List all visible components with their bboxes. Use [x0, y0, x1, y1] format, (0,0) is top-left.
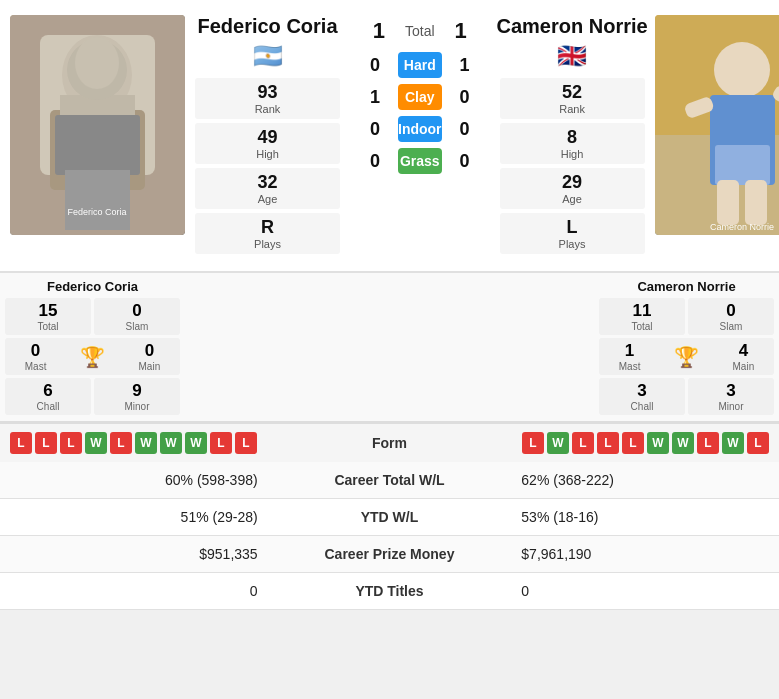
clay-button[interactable]: Clay: [398, 84, 442, 110]
main-container: Federico Coria Federico Coria 🇦🇷 93 Rank…: [0, 0, 779, 610]
right-high-value: 8: [567, 127, 577, 148]
stats-row: 51% (29-28) YTD W/L 53% (18-16): [0, 499, 779, 536]
left-minor-label: Minor: [124, 401, 149, 412]
right-minor-label: Minor: [718, 401, 743, 412]
clay-right-score: 0: [450, 87, 480, 108]
indoor-left-score: 0: [360, 119, 390, 140]
stats-row: 60% (598-398) Career Total W/L 62% (368-…: [0, 462, 779, 499]
left-mast-main-row: 0 Mast 🏆 0 Main: [5, 338, 180, 375]
total-right-score: 1: [455, 18, 467, 44]
left-form-badge: W: [185, 432, 207, 454]
svg-point-13: [714, 42, 770, 98]
left-total-value: 15: [39, 301, 58, 321]
left-form-badge: L: [10, 432, 32, 454]
left-total-cell: 15 Total: [5, 298, 91, 335]
right-form-badge: L: [522, 432, 544, 454]
right-slam-cell: 0 Slam: [688, 298, 774, 335]
right-form-badge: W: [722, 432, 744, 454]
surface-rows: 0 Hard 1 1 Clay 0 0 Indoor 0: [355, 52, 485, 174]
svg-rect-19: [745, 180, 767, 225]
left-player-photo: Federico Coria: [10, 15, 185, 235]
hard-left-score: 0: [360, 55, 390, 76]
grass-right-score: 0: [450, 151, 480, 172]
grass-button[interactable]: Grass: [398, 148, 442, 174]
right-total-label: Total: [631, 321, 652, 332]
right-slam-value: 0: [726, 301, 735, 321]
indoor-right-score: 0: [450, 119, 480, 140]
form-label: Form: [330, 435, 450, 451]
left-form-badge: W: [85, 432, 107, 454]
right-player-stats: Cameron Norrie 🇬🇧 52 Rank 8 High 29 Age …: [490, 10, 655, 261]
right-form-badge: W: [672, 432, 694, 454]
svg-point-7: [75, 37, 119, 89]
right-form-badge: L: [697, 432, 719, 454]
left-form-badges: LLLWLWWWLL: [10, 432, 330, 454]
right-title-grid: 11 Total 0 Slam 1 Mast 🏆 4 Main: [599, 298, 774, 415]
right-player-name: Cameron Norrie: [496, 15, 647, 38]
left-high-value: 49: [257, 127, 277, 148]
right-player-photo: Cameron Norrie: [655, 15, 779, 235]
right-mast-cell: 1 Mast: [619, 341, 641, 372]
left-age-label: Age: [258, 193, 278, 205]
grass-left-score: 0: [360, 151, 390, 172]
left-player-flag: 🇦🇷: [253, 42, 283, 70]
left-total-label: Total: [37, 321, 58, 332]
svg-rect-5: [55, 115, 140, 175]
right-form-badge: L: [622, 432, 644, 454]
total-label: Total: [405, 23, 435, 39]
left-high-cell: 49 High: [195, 123, 340, 164]
stat-label-0: Career Total W/L: [273, 462, 507, 499]
stats-row: $951,335 Career Prize Money $7,961,190: [0, 536, 779, 573]
left-form-badge: L: [110, 432, 132, 454]
left-slam-value: 0: [132, 301, 141, 321]
stat-right-1: 53% (18-16): [506, 499, 779, 536]
svg-rect-15: [715, 145, 770, 185]
right-rank-cell: 52 Rank: [500, 78, 645, 119]
right-player-flag: 🇬🇧: [557, 42, 587, 70]
left-plays-cell: R Plays: [195, 213, 340, 254]
stat-right-3: 0: [506, 573, 779, 610]
right-plays-label: Plays: [559, 238, 586, 250]
left-chall-cell: 6 Chall: [5, 378, 91, 415]
hard-row: 0 Hard 1: [355, 52, 485, 78]
left-age-value: 32: [257, 172, 277, 193]
left-player-name-bottom: Federico Coria: [47, 279, 138, 294]
left-player-stats: Federico Coria 🇦🇷 93 Rank 49 High 32 Age…: [185, 10, 350, 261]
left-form-badge: L: [60, 432, 82, 454]
right-main-value: 4: [739, 341, 748, 361]
right-mast-value: 1: [625, 341, 634, 361]
left-rank-label: Rank: [255, 103, 281, 115]
right-chall-value: 3: [637, 381, 646, 401]
titles-row: Federico Coria 15 Total 0 Slam 0 Mast 🏆: [0, 273, 779, 423]
right-minor-cell: 3 Minor: [688, 378, 774, 415]
left-minor-value: 9: [132, 381, 141, 401]
left-plays-label: Plays: [254, 238, 281, 250]
right-minor-value: 3: [726, 381, 735, 401]
clay-row: 1 Clay 0: [355, 84, 485, 110]
left-high-label: High: [256, 148, 279, 160]
indoor-button[interactable]: Indoor: [398, 116, 442, 142]
total-left-score: 1: [373, 18, 385, 44]
left-minor-cell: 9 Minor: [94, 378, 180, 415]
right-mast-label: Mast: [619, 361, 641, 372]
indoor-row: 0 Indoor 0: [355, 116, 485, 142]
right-high-cell: 8 High: [500, 123, 645, 164]
svg-text:Federico Coria: Federico Coria: [67, 207, 126, 217]
stat-right-2: $7,961,190: [506, 536, 779, 573]
left-form-badge: L: [210, 432, 232, 454]
total-row: 1 Total 1: [355, 10, 485, 48]
clay-left-score: 1: [360, 87, 390, 108]
right-form-badge: L: [572, 432, 594, 454]
left-form-badge: L: [235, 432, 257, 454]
right-slam-label: Slam: [720, 321, 743, 332]
right-age-label: Age: [562, 193, 582, 205]
left-form-badge: W: [160, 432, 182, 454]
left-rank-cell: 93 Rank: [195, 78, 340, 119]
left-slam-cell: 0 Slam: [94, 298, 180, 335]
form-section: LLLWLWWWLL Form LWLLLWWLWL: [0, 423, 779, 462]
left-plays-value: R: [261, 217, 274, 238]
left-title-stats: Federico Coria 15 Total 0 Slam 0 Mast 🏆: [0, 277, 185, 417]
left-form-badge: W: [135, 432, 157, 454]
right-age-value: 29: [562, 172, 582, 193]
hard-button[interactable]: Hard: [398, 52, 442, 78]
